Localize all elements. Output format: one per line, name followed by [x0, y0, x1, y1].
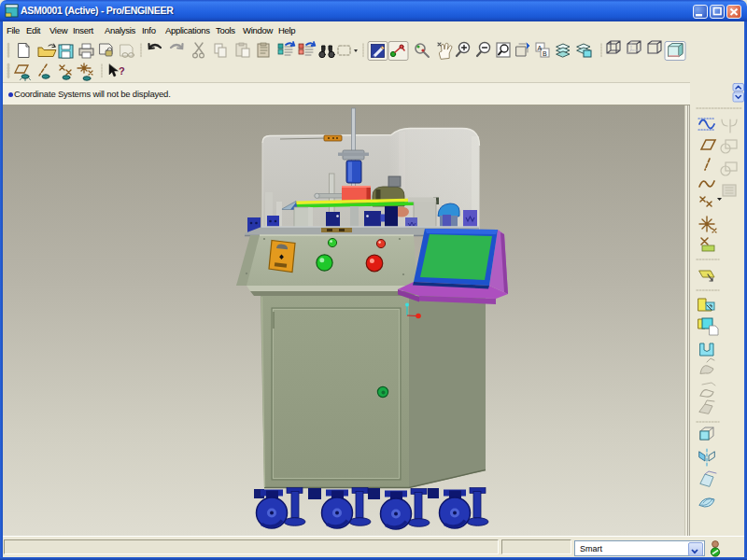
svg-text:B: B [543, 50, 547, 57]
svg-text:A: A [538, 45, 543, 51]
svg-text:?: ? [119, 65, 125, 77]
